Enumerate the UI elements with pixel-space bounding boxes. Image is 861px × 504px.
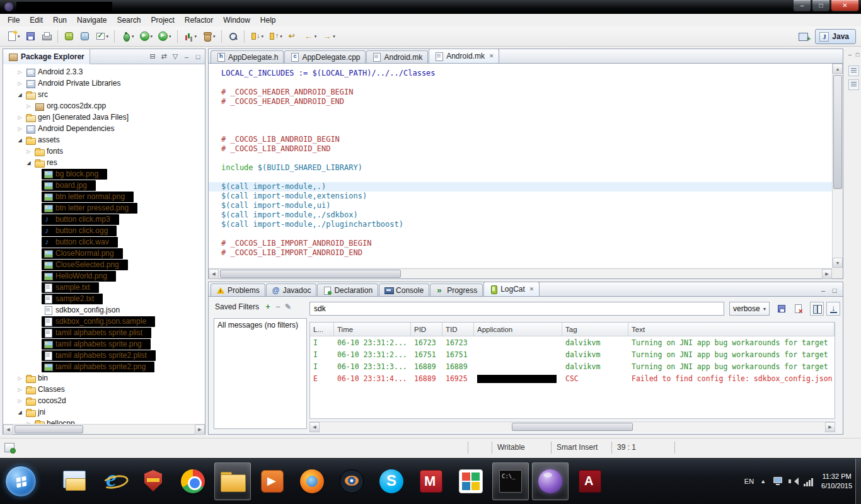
expander-icon[interactable]: ▷	[16, 375, 24, 381]
logcat-row-3[interactable]: E06-10 23:31:4...1688916925CSCFailed to …	[310, 372, 835, 384]
column-header-text[interactable]: Text	[628, 323, 835, 336]
tree-item-bg-block-png[interactable]: bg block.png	[3, 168, 205, 180]
minimize-window-button[interactable]: –	[793, 0, 811, 11]
taskbar-item-media-player-orange[interactable]	[254, 462, 291, 500]
taskbar-item-blender[interactable]	[333, 462, 370, 500]
remove-filter-button[interactable]: −	[273, 302, 283, 312]
scrollbar-thumb[interactable]	[14, 425, 83, 433]
tree-item-android-private-libraries[interactable]: ▷Android Private Libraries	[3, 77, 205, 89]
tab-logcat[interactable]: LogCat✕	[483, 282, 540, 296]
expander-icon[interactable]: ◢	[16, 92, 24, 98]
expander-icon[interactable]: ◢	[16, 137, 24, 143]
tree-item-sample2-txt[interactable]: sample2.txt	[3, 293, 205, 304]
editor-tab-1-appdelegate-cpp[interactable]: AppDelegate.cpp	[284, 50, 366, 63]
tree-item-tamil-alphabets-sprite2-plist[interactable]: tamil alphabets sprite2.plist	[3, 350, 205, 361]
close-window-button[interactable]: ✕	[831, 0, 859, 11]
debug-button[interactable]: ▾	[118, 29, 137, 43]
tree-item-assets[interactable]: ◢assets	[3, 134, 205, 146]
expander-icon[interactable]: ◢	[16, 410, 24, 415]
show-desktop-button[interactable]	[855, 459, 861, 504]
view-menu-button[interactable]: ▽	[170, 51, 181, 62]
taskbar-item-app-grid[interactable]	[453, 462, 489, 500]
tree-item-btn-letter-normal-png[interactable]: btn letter normal.png	[3, 191, 205, 202]
tree-item-src[interactable]: ◢src	[3, 89, 205, 100]
outline-fastview-icon[interactable]	[848, 66, 859, 76]
external-tools-button[interactable]: ▾	[155, 29, 174, 43]
volume-tray-icon[interactable]	[788, 476, 799, 486]
scroll-down-button[interactable]: ▼	[833, 258, 843, 268]
start-button[interactable]	[5, 466, 37, 497]
column-header-time[interactable]: Time	[334, 323, 411, 336]
scroll-left-button[interactable]: ◀	[3, 425, 13, 435]
editor-hscrollbar[interactable]: ◀ ▶	[209, 268, 832, 278]
maximize-view-button[interactable]: □	[829, 285, 840, 296]
tasklist-fastview-icon[interactable]	[848, 79, 859, 90]
scroll-right-button[interactable]: ▶	[195, 425, 205, 435]
editor-tab-3-android-mk[interactable]: Android.mk✕	[429, 49, 499, 63]
scrollbar-thumb[interactable]	[220, 270, 401, 278]
scroll-up-button[interactable]: ▲	[833, 64, 843, 74]
close-tab-icon[interactable]: ✕	[529, 286, 535, 292]
run-button[interactable]: ▾	[137, 29, 156, 43]
last-edit-location-button[interactable]	[285, 29, 301, 43]
tree-item-button-click-ogg[interactable]: button click.ogg	[3, 225, 205, 236]
tree-item-android-2-3-3[interactable]: ▷Android 2.3.3	[3, 66, 205, 77]
previous-annotation-button[interactable]: ▾	[266, 29, 285, 43]
scrollbar-track[interactable]	[13, 425, 195, 434]
network-tray-icon[interactable]	[804, 476, 815, 486]
tree-item-android-dependencies[interactable]: ▷Android Dependencies	[3, 123, 205, 134]
tree-item-button-click-wav[interactable]: button click.wav	[3, 236, 205, 248]
column-header-application[interactable]: Application	[474, 323, 562, 336]
save-button[interactable]	[23, 29, 38, 43]
android-sdk-manager-button[interactable]	[61, 29, 77, 43]
scrollbar-thumb[interactable]	[512, 423, 633, 431]
taskbar-item-internet-explorer[interactable]	[95, 462, 132, 500]
display-tray-icon[interactable]	[772, 476, 783, 486]
expander-icon[interactable]: ▷	[25, 149, 33, 154]
tree-item-closenormal-png[interactable]: CloseNormal.png	[3, 248, 205, 259]
menu-run[interactable]: Run	[48, 14, 72, 26]
column-header-tag[interactable]: Tag	[562, 323, 628, 336]
editor-content[interactable]: LOCAL_C_INCLUDES := $(LOCAL_PATH)/../../…	[209, 64, 832, 268]
taskbar-item-command-prompt[interactable]	[492, 462, 529, 500]
tree-item-helloworld-png[interactable]: HelloWorld.png	[3, 270, 205, 282]
scrollbar-thumb[interactable]	[833, 75, 842, 189]
scroll-left-button[interactable]: ◀	[309, 422, 320, 432]
tree-item-tamil-alphabets-sprite-plist[interactable]: tamil alphabets sprite.plist	[3, 327, 205, 338]
scrollbar-track[interactable]	[219, 269, 822, 278]
tree-item-bin[interactable]: ▷bin	[3, 372, 205, 384]
expander-icon[interactable]: ◢	[25, 160, 33, 166]
menu-search[interactable]: Search	[112, 14, 146, 26]
column-header-tid[interactable]: TID	[442, 323, 474, 336]
column-header-pid[interactable]: PID	[411, 323, 442, 336]
new-wizard-button[interactable]: ▾	[4, 29, 23, 43]
tree-item-tamil-alphabets-sprite-png[interactable]: tamil alphabets sprite.png	[3, 338, 205, 350]
tree-item-closeselected-png[interactable]: CloseSelected.png	[3, 259, 205, 270]
back-button[interactable]: ▾	[301, 29, 320, 43]
scroll-right-button[interactable]: ▶	[825, 422, 835, 432]
logcat-hscrollbar[interactable]: ◀ ▶	[309, 421, 835, 432]
logcat-row-0[interactable]: I06-10 23:31:2...1672316723dalvikvmTurni…	[310, 336, 835, 348]
filter-item-all-messages[interactable]: All messages (no filters)	[217, 321, 303, 329]
expander-icon[interactable]: ▷	[16, 387, 24, 392]
editor-tab-2-android-mk[interactable]: Android.mk	[366, 50, 428, 63]
close-tab-icon[interactable]: ✕	[489, 53, 494, 59]
tree-item-sdkbox-config-json[interactable]: sdkbox_config.json	[3, 304, 205, 316]
column-header-l[interactable]: L...	[310, 323, 334, 336]
scrollbar-track[interactable]	[833, 74, 843, 258]
expander-icon[interactable]: ▷	[16, 126, 24, 132]
taskbar-item-firefox[interactable]	[294, 462, 330, 500]
menu-file[interactable]: File	[3, 14, 25, 26]
tree-item-btn-letter-pressed-png[interactable]: btn letter pressed.png	[3, 202, 205, 214]
menu-window[interactable]: Window	[218, 14, 255, 26]
forward-button[interactable]: ▾	[319, 29, 338, 43]
tree-item-hellocpp[interactable]: ▷hellocpp	[3, 418, 205, 424]
collapse-all-button[interactable]: ⊟	[147, 51, 158, 62]
tree-item-tamil-alphabets-sprite2-png[interactable]: tamil alphabets sprite2.png	[3, 361, 205, 372]
expander-icon[interactable]: ▷	[16, 398, 24, 404]
coverage-button[interactable]: ▾	[181, 29, 200, 43]
scrollbar-track[interactable]	[320, 422, 825, 432]
logcat-level-dropdown[interactable]: verbose ▾	[729, 302, 770, 316]
expander-icon[interactable]: ▷	[16, 115, 24, 120]
taskbar-clock[interactable]: 11:32 PM 6/10/2015	[821, 472, 852, 491]
